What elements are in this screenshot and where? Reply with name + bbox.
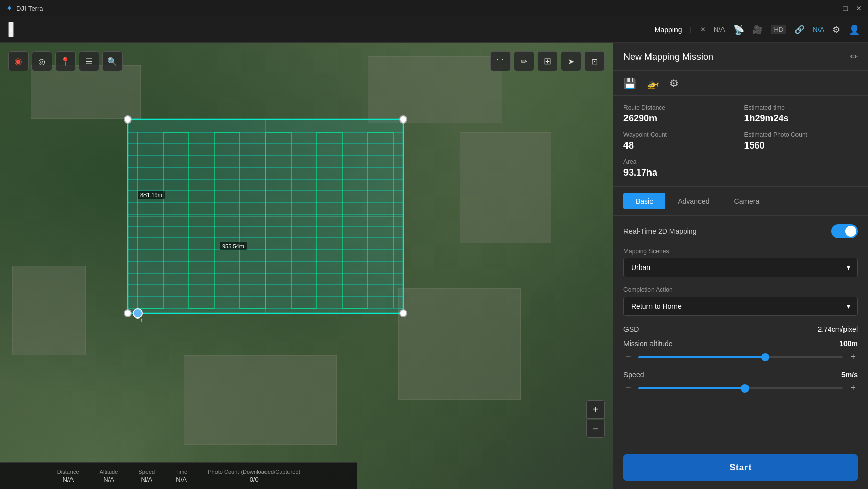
speed-value: N/A bbox=[138, 476, 155, 483]
map-area[interactable]: ◉ ◎ 📍 ☰ 🔍 🗑 ✏ ⊞ ➤ ⊡ bbox=[0, 43, 613, 489]
location-button[interactable]: ◎ bbox=[32, 51, 52, 71]
top-toolbar: ‹ Mapping | ✕ N/A 📡 🎥 HD 🔗 N/A ⚙ 👤 bbox=[0, 16, 868, 43]
altitude-slider-fill bbox=[638, 356, 765, 358]
drone-button[interactable]: 🚁 bbox=[646, 77, 659, 89]
speed-decrease-button[interactable]: − bbox=[623, 383, 633, 394]
toggle-knob bbox=[845, 226, 856, 237]
altitude-slider-thumb[interactable] bbox=[761, 353, 769, 361]
area-label: Area bbox=[623, 158, 737, 165]
save-mission-button[interactable]: 💾 bbox=[623, 77, 636, 89]
speed-slider-row: − + bbox=[623, 383, 858, 394]
city-block bbox=[184, 355, 337, 445]
tab-basic[interactable]: Basic bbox=[623, 193, 665, 209]
waypoint-count-value: 48 bbox=[623, 140, 737, 151]
photo-count-label: Photo Count (Downloaded/Captured) bbox=[208, 469, 300, 475]
distance-label-left: 881.19m bbox=[138, 191, 165, 199]
mapping-scenes-label: Mapping Scenes bbox=[623, 248, 858, 255]
navigate-icon: ➤ bbox=[568, 57, 574, 66]
completion-action-label: Completion Action bbox=[623, 286, 858, 294]
expand-button[interactable]: ⊡ bbox=[584, 51, 605, 71]
maximize-button[interactable]: □ bbox=[843, 4, 848, 12]
gsd-value: 2.74cm/pixel bbox=[817, 325, 858, 333]
settings-button[interactable]: ⚙ bbox=[832, 24, 840, 35]
completion-action-dropdown[interactable]: Return to Home ▾ bbox=[623, 297, 858, 316]
status-distance: Distance N/A bbox=[57, 469, 79, 483]
speed-value: 5m/s bbox=[841, 371, 858, 379]
area-stat: Area 93.17ha bbox=[623, 158, 737, 178]
waypoint-count-stat: Waypoint Count 48 bbox=[623, 131, 737, 151]
app-logo-icon: ✦ bbox=[6, 4, 12, 12]
list-icon: ☰ bbox=[85, 57, 92, 66]
altitude-slider-header: Mission altitude 100m bbox=[623, 339, 858, 348]
save-icon: 💾 bbox=[623, 78, 636, 89]
mapping-scenes-dropdown[interactable]: Urban ▾ bbox=[623, 258, 858, 277]
altitude-slider-section: Mission altitude 100m − + bbox=[623, 339, 858, 362]
right-panel: New Mapping Mission ✏ 💾 🚁 ⚙ Route Distan… bbox=[613, 43, 868, 489]
mapping-label: Mapping bbox=[655, 26, 682, 34]
status-bar: Distance N/A Altitude N/A Speed N/A Time… bbox=[0, 462, 357, 489]
list-button[interactable]: ☰ bbox=[79, 51, 99, 71]
compass-button[interactable]: ◉ bbox=[8, 51, 29, 71]
status-photo-count: Photo Count (Downloaded/Captured) 0/0 bbox=[208, 469, 300, 483]
altitude-increase-button[interactable]: + bbox=[848, 352, 858, 362]
altitude-decrease-button[interactable]: − bbox=[623, 352, 633, 362]
zoom-out-button[interactable]: − bbox=[586, 420, 605, 438]
minimize-button[interactable]: — bbox=[828, 4, 835, 12]
altitude-slider-track[interactable] bbox=[638, 356, 843, 358]
expand-icon: ⊡ bbox=[591, 57, 598, 66]
city-block bbox=[368, 56, 502, 123]
area-value: 93.17ha bbox=[623, 167, 737, 178]
time-value: N/A bbox=[175, 476, 187, 483]
speed-slider-thumb[interactable] bbox=[741, 384, 749, 393]
flight-path-overlay: ↑ bbox=[112, 114, 419, 329]
delete-area-button[interactable]: 🗑 bbox=[490, 51, 511, 71]
status-na-1: N/A bbox=[714, 26, 725, 33]
realtime-2d-toggle[interactable] bbox=[831, 224, 858, 238]
user-button[interactable]: 👤 bbox=[849, 24, 860, 35]
trash-icon: 🗑 bbox=[496, 57, 504, 66]
zoom-in-button[interactable]: + bbox=[586, 400, 605, 419]
tab-advanced[interactable]: Advanced bbox=[665, 193, 721, 209]
completion-action-section: Completion Action Return to Home ▾ bbox=[623, 286, 858, 316]
photo-count-value: 0/0 bbox=[208, 476, 300, 483]
speed-increase-button[interactable]: + bbox=[848, 383, 858, 394]
start-button[interactable]: Start bbox=[623, 454, 858, 481]
status-speed: Speed N/A bbox=[138, 469, 155, 483]
zoom-controls: + − bbox=[586, 400, 605, 438]
photo-count-stat: Estimated Photo Count 1560 bbox=[744, 131, 858, 151]
search-button[interactable]: 🔍 bbox=[102, 51, 123, 71]
navigate-button[interactable]: ➤ bbox=[561, 51, 581, 71]
pin-icon: 📍 bbox=[60, 57, 70, 66]
drone-icon: 🚁 bbox=[646, 78, 659, 89]
panel-edit-button[interactable]: ✏ bbox=[850, 51, 858, 62]
panel-content: Real-Time 2D Mapping Mapping Scenes Urba… bbox=[613, 216, 868, 446]
draw-button[interactable]: ✏ bbox=[514, 51, 534, 71]
advanced-settings-button[interactable]: ⚙ bbox=[669, 77, 679, 89]
panel-tabs: Basic Advanced Camera bbox=[613, 187, 868, 216]
mapping-scenes-section: Mapping Scenes Urban ▾ bbox=[623, 248, 858, 277]
layer-button[interactable]: ⊞ bbox=[537, 51, 558, 71]
route-distance-value: 26290m bbox=[623, 113, 737, 124]
map-left-controls: ◉ ◎ 📍 ☰ 🔍 bbox=[8, 51, 123, 71]
close-button[interactable]: ✕ bbox=[856, 4, 862, 12]
location-icon: ◎ bbox=[38, 57, 45, 66]
speed-slider-fill bbox=[638, 387, 745, 389]
altitude-label: Altitude bbox=[100, 469, 118, 475]
pin-button[interactable]: 📍 bbox=[55, 51, 76, 71]
back-button[interactable]: ‹ bbox=[8, 22, 14, 37]
distance-label-bottom: 955.54m bbox=[220, 242, 247, 250]
realtime-2d-row: Real-Time 2D Mapping bbox=[623, 224, 858, 238]
tab-camera[interactable]: Camera bbox=[722, 193, 772, 209]
altitude-value: 100m bbox=[839, 339, 858, 348]
estimated-time-value: 1h29m24s bbox=[744, 113, 858, 124]
status-time: Time N/A bbox=[175, 469, 187, 483]
realtime-2d-label: Real-Time 2D Mapping bbox=[623, 227, 696, 235]
chevron-down-icon: ▾ bbox=[847, 263, 850, 272]
app-title: DJI Terra bbox=[16, 5, 43, 12]
panel-title: New Mapping Mission bbox=[623, 52, 713, 62]
gsd-row: GSD 2.74cm/pixel bbox=[623, 325, 858, 333]
city-block bbox=[12, 266, 86, 355]
completion-action-value: Return to Home bbox=[631, 302, 682, 310]
city-block bbox=[460, 132, 551, 244]
speed-slider-track[interactable] bbox=[638, 387, 843, 389]
